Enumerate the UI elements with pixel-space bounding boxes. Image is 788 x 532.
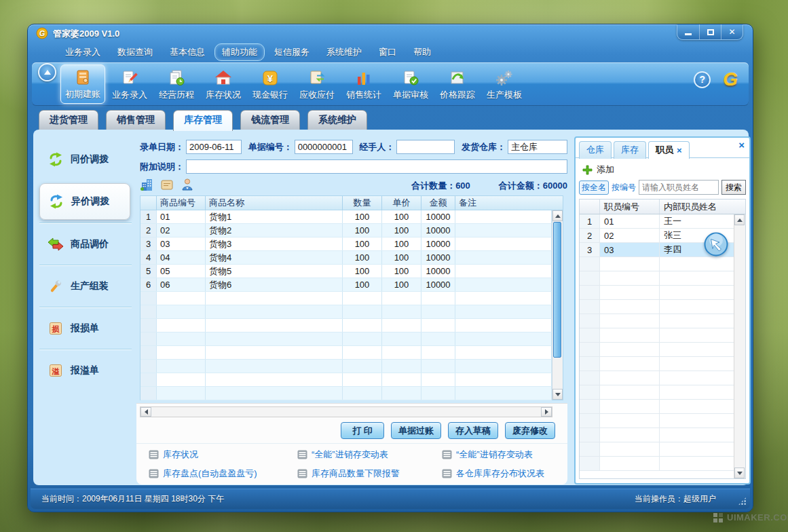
staff-row[interactable]: 101王一 — [580, 214, 745, 229]
picker-tab-stock[interactable]: 库存 — [614, 141, 646, 159]
sidebar-item-production-assembly[interactable]: 生产组装 — [39, 265, 132, 307]
doc-number-input[interactable] — [295, 140, 353, 154]
item-row[interactable]: 101货物110010010000 — [140, 210, 552, 224]
item-row[interactable]: 202货物210010010000 — [140, 224, 552, 238]
scroll-down-button[interactable] — [552, 389, 563, 400]
empty-staff-row[interactable] — [580, 414, 745, 428]
handler-input[interactable] — [396, 140, 455, 154]
tab-sales-management[interactable]: 销售管理 — [106, 110, 166, 131]
link-inventory-status[interactable]: 库存状况 — [149, 449, 297, 461]
staff-scrollbar[interactable] — [734, 214, 745, 478]
empty-staff-row[interactable] — [580, 385, 745, 400]
empty-staff-row[interactable] — [580, 314, 745, 328]
discard-changes-button[interactable]: 废弃修改 — [505, 422, 555, 439]
help-button[interactable]: ? — [694, 71, 711, 88]
tab-purchase-management[interactable]: 进货管理 — [39, 110, 98, 131]
scroll-down-button[interactable] — [734, 468, 745, 478]
staff-picker-icon[interactable] — [181, 178, 194, 194]
horizontal-scrollbar[interactable] — [140, 406, 552, 417]
item-row[interactable]: 606货物610010010000 — [140, 278, 552, 292]
close-button[interactable]: ✕ — [721, 24, 743, 39]
empty-staff-row[interactable] — [580, 286, 745, 300]
toolbar-price-tracking-button[interactable]: 价格跟踪 — [435, 64, 480, 104]
tab-cashflow-management[interactable]: 钱流管理 — [240, 110, 300, 131]
toolbar-receivable-payable-button[interactable]: 应收应付 — [295, 64, 339, 104]
picker-tab-staff[interactable]: 职员× — [648, 141, 690, 159]
empty-staff-row[interactable] — [580, 300, 745, 314]
empty-staff-row[interactable] — [580, 371, 745, 385]
item-row[interactable]: 303货物310010010000 — [140, 238, 552, 251]
scroll-left-button[interactable] — [140, 407, 151, 417]
warehouse-picker-icon[interactable] — [140, 178, 153, 194]
empty-staff-row[interactable] — [580, 328, 745, 343]
empty-row[interactable] — [140, 373, 552, 387]
resize-grip-icon[interactable] — [738, 497, 747, 506]
toolbar-cash-bank-button[interactable]: ¥ 现金银行 — [248, 64, 293, 104]
empty-row[interactable] — [140, 332, 552, 346]
empty-row[interactable] — [140, 387, 552, 400]
menu-item-data-query[interactable]: 数据查询 — [110, 43, 160, 61]
menu-item-aux-functions[interactable]: 辅助功能 — [214, 43, 265, 61]
maximize-button[interactable] — [699, 24, 721, 39]
tab-system-maintenance[interactable]: 系统维护 — [307, 110, 367, 131]
empty-staff-row[interactable] — [580, 428, 745, 442]
toolbar-inventory-status-button[interactable]: 库存状况 — [201, 64, 246, 104]
link-lower-limit-alert[interactable]: 库存商品数量下限报警 — [297, 468, 442, 480]
menu-item-basic-info[interactable]: 基本信息 — [162, 43, 212, 61]
link-upper-limit-alert[interactable]: “全能”进销存变动表 — [297, 449, 442, 461]
link-warehouse-distribution[interactable]: 各仓库库存分布状况表 — [442, 468, 562, 480]
staff-search-input[interactable] — [639, 180, 719, 195]
collapse-toolbar-button[interactable] — [38, 63, 56, 81]
toolbar-doc-audit-button[interactable]: 单据审核 — [388, 64, 433, 104]
empty-staff-row[interactable] — [580, 442, 745, 457]
search-button[interactable]: 搜索 — [721, 180, 746, 195]
empty-row[interactable] — [140, 319, 552, 332]
empty-staff-row[interactable] — [580, 257, 745, 271]
vertical-scrollbar[interactable] — [552, 210, 563, 400]
filter-by-fullname[interactable]: 按全名 — [579, 180, 609, 195]
link-almighty-flow-report[interactable]: “全能”进销存变动表 — [442, 449, 562, 461]
toolbar-sales-stats-button[interactable]: 销售统计 — [341, 64, 386, 104]
goods-picker-icon[interactable] — [160, 178, 174, 194]
print-button[interactable]: 打 印 — [341, 422, 384, 439]
empty-staff-row[interactable] — [580, 357, 745, 371]
item-row[interactable]: 505货物510010010000 — [140, 265, 552, 278]
empty-staff-row[interactable] — [580, 271, 745, 286]
sidebar-item-price-adjust[interactable]: 商品调价 — [39, 223, 132, 265]
sidebar-item-loss-report[interactable]: 损 报损单 — [39, 307, 132, 349]
tab-close-icon[interactable]: × — [677, 145, 682, 155]
warehouse-input[interactable] — [508, 140, 567, 154]
toolbar-business-entry-button[interactable]: 业务录入 — [107, 64, 152, 104]
toolbar-production-template-button[interactable]: 生产模板 — [482, 64, 527, 104]
scroll-up-button[interactable] — [552, 210, 563, 221]
sidebar-item-same-price-transfer[interactable]: 同价调拨 — [39, 138, 132, 180]
order-date-input[interactable] — [186, 140, 242, 154]
toolbar-initial-setup-button[interactable]: 初期建账 — [60, 64, 105, 104]
filter-by-code[interactable]: 按编号 — [612, 182, 636, 193]
post-document-button[interactable]: 单据过账 — [391, 422, 441, 439]
empty-staff-row[interactable] — [580, 400, 745, 414]
add-staff-button[interactable]: 添加 — [582, 164, 614, 176]
empty-row[interactable] — [140, 292, 552, 305]
scrollbar-thumb[interactable] — [553, 222, 561, 358]
tab-inventory-management[interactable]: 库存管理 — [173, 110, 233, 131]
link-stocktake[interactable]: 库存盘点(自动盘盈盘亏) — [149, 468, 297, 480]
scroll-up-button[interactable] — [734, 214, 745, 225]
sidebar-item-diff-price-transfer[interactable]: 异价调拨 — [39, 183, 130, 220]
menu-item-business-entry[interactable]: 业务录入 — [58, 43, 108, 61]
save-draft-button[interactable]: 存入草稿 — [448, 422, 498, 439]
picker-tab-warehouse[interactable]: 仓库 — [579, 141, 612, 159]
note-input[interactable] — [186, 159, 567, 174]
menu-item-sms-service[interactable]: 短信服务 — [267, 43, 317, 61]
menu-item-system-maintenance[interactable]: 系统维护 — [319, 43, 369, 61]
minimize-button[interactable] — [677, 24, 699, 39]
menu-item-help[interactable]: 帮助 — [406, 43, 438, 61]
panel-close-icon[interactable]: × — [738, 139, 745, 151]
empty-staff-row[interactable] — [580, 457, 745, 471]
item-row[interactable]: 404货物410010010000 — [140, 251, 552, 265]
scroll-right-button[interactable] — [541, 407, 552, 417]
toolbar-business-history-button[interactable]: 经营历程 — [154, 64, 199, 104]
menu-item-window[interactable]: 窗口 — [371, 43, 404, 61]
sidebar-item-overflow-report[interactable]: 溢 报溢单 — [39, 349, 132, 391]
empty-row[interactable] — [140, 305, 552, 319]
